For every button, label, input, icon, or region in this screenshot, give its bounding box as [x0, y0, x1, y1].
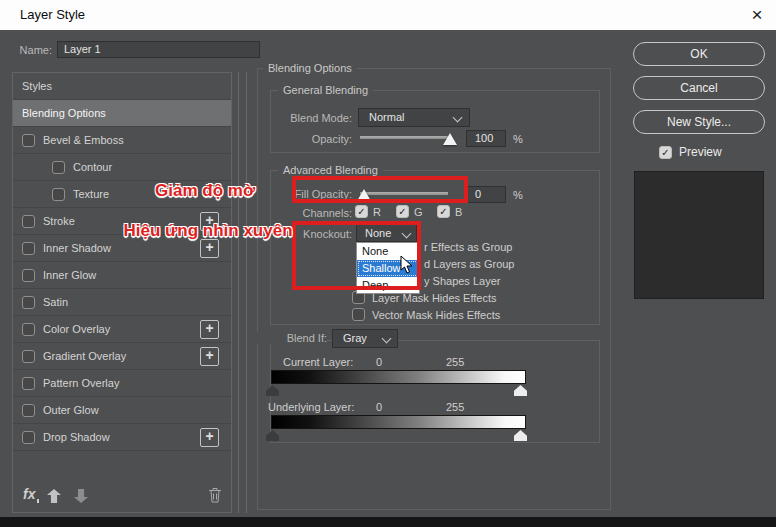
styles-sidebar: Styles Blending Options Bevel & Emboss C… [12, 72, 232, 513]
general-blending-title: General Blending [278, 84, 373, 96]
channels-label: Channels: [270, 207, 352, 219]
add-instance-icon[interactable]: + [200, 347, 219, 366]
add-instance-icon[interactable]: + [200, 428, 219, 447]
sidebar-item-label: Stroke [43, 215, 75, 227]
channel-b-label: B [455, 206, 462, 218]
blend-if-select[interactable]: Gray [332, 329, 398, 348]
chevron-down-icon [453, 113, 463, 123]
sidebar-item-satin[interactable]: Satin [13, 289, 231, 316]
blend-mode-select[interactable]: Normal [358, 108, 470, 127]
fill-opacity-annotation: Giảm độ mờ [140, 181, 270, 201]
preview-thumbnail [634, 171, 764, 299]
transparency-shapes-label-fragment: y Shapes Layer [424, 275, 500, 287]
sidebar-item-label: Pattern Overlay [43, 377, 119, 389]
move-effect-down-icon[interactable] [74, 489, 88, 503]
sidebar-item-label: Styles [22, 80, 52, 92]
preview-label: Preview [679, 145, 722, 159]
preview-checkbox[interactable]: ✓ [659, 146, 672, 159]
fill-opacity-input[interactable]: 0 [466, 186, 506, 203]
sidebar-item-label: Inner Glow [43, 269, 96, 281]
sidebar-item-label: Color Overlay [43, 323, 110, 335]
sidebar-item-outer-glow[interactable]: Outer Glow [13, 397, 231, 424]
sidebar-item-drop-shadow[interactable]: Drop Shadow+ [13, 424, 231, 451]
name-input[interactable]: Layer 1 [57, 41, 260, 58]
style-checkbox[interactable] [22, 296, 35, 309]
style-checkbox[interactable] [22, 350, 35, 363]
current-layer-min: 0 [376, 356, 382, 368]
current-layer-gradient-bar [271, 370, 526, 384]
underlying-layer-gradient-bar [271, 415, 526, 429]
style-checkbox[interactable] [52, 161, 65, 174]
opacity-unit: % [513, 133, 523, 145]
opacity-slider-thumb[interactable] [443, 133, 457, 145]
style-checkbox[interactable] [22, 377, 35, 390]
move-effect-up-icon[interactable] [47, 489, 61, 503]
sidebar-footer: fx [13, 486, 231, 506]
sidebar-item-styles[interactable]: Styles [13, 73, 231, 100]
sidebar-item-label: Gradient Overlay [43, 350, 126, 362]
blend-mode-value: Normal [369, 111, 404, 123]
close-icon[interactable]: × [746, 4, 768, 26]
add-instance-icon[interactable]: + [200, 239, 219, 258]
opacity-slider-track[interactable] [360, 136, 448, 139]
style-checkbox[interactable] [22, 323, 35, 336]
sidebar-item-label: Texture [73, 188, 109, 200]
style-checkbox[interactable] [22, 215, 35, 228]
dialog-titlebar: Layer Style × [0, 0, 776, 30]
blend-interior-effects-label-fragment: r Effects as Group [424, 241, 512, 253]
sidebar-item-pattern-overlay[interactable]: Pattern Overlay [13, 370, 231, 397]
fill-opacity-unit: % [513, 189, 523, 201]
style-checkbox[interactable] [52, 188, 65, 201]
sidebar-item-label: Outer Glow [43, 404, 99, 416]
sidebar-item-label: Drop Shadow [43, 431, 110, 443]
style-checkbox[interactable] [22, 269, 35, 282]
style-checkbox[interactable] [22, 134, 35, 147]
advanced-blending-title: Advanced Blending [278, 164, 383, 176]
ok-button[interactable]: OK [633, 42, 765, 66]
fx-icon[interactable]: fx [23, 486, 35, 502]
channel-g-checkbox[interactable]: ✓ [396, 205, 409, 218]
sidebar-item-blending-options[interactable]: Blending Options [13, 100, 231, 127]
cancel-button[interactable]: Cancel [633, 76, 765, 100]
underlying-layer-max: 255 [446, 401, 464, 413]
new-style-button[interactable]: New Style... [633, 110, 765, 134]
opacity-input[interactable]: 100 [466, 130, 506, 147]
opacity-label: Opacity: [270, 133, 352, 145]
sidebar-item-color-overlay[interactable]: Color Overlay+ [13, 316, 231, 343]
knockout-annotation: Hiệu ứng nhìn xuyên [116, 221, 300, 241]
blending-options-group-title: Blending Options [263, 62, 357, 74]
channel-b-checkbox[interactable]: ✓ [437, 205, 450, 218]
style-checkbox[interactable] [22, 242, 35, 255]
current-layer-label: Current Layer: [283, 356, 353, 368]
blend-mode-label: Blend Mode: [270, 112, 352, 124]
sidebar-item-bevel-emboss[interactable]: Bevel & Emboss [13, 127, 231, 154]
sidebar-item-label: Inner Shadow [43, 242, 111, 254]
name-label: Name: [10, 44, 52, 56]
vector-mask-hides-effects-label: Vector Mask Hides Effects [372, 309, 500, 321]
background-behind-dialog [0, 517, 776, 527]
chevron-down-icon [382, 334, 392, 344]
channel-r-label: R [373, 206, 381, 218]
sidebar-item-label: Satin [43, 296, 68, 308]
sidebar-scrollbar[interactable] [238, 72, 247, 513]
sidebar-item-label: Contour [73, 161, 112, 173]
underlying-layer-min: 0 [376, 401, 382, 413]
add-instance-icon[interactable]: + [200, 320, 219, 339]
style-checkbox[interactable] [22, 431, 35, 444]
channel-r-checkbox[interactable]: ✓ [355, 205, 368, 218]
blend-if-label: Blend If: [250, 332, 327, 344]
sidebar-item-inner-glow[interactable]: Inner Glow [13, 262, 231, 289]
current-layer-max: 255 [446, 356, 464, 368]
dialog-title: Layer Style [20, 0, 85, 30]
sidebar-item-label: Bevel & Emboss [43, 134, 124, 146]
delete-effect-trash-icon[interactable] [208, 487, 222, 503]
layer-style-dialog: Layer Style × Name: Layer 1 Styles Blend… [0, 0, 776, 517]
vector-mask-hides-effects-checkbox[interactable] [352, 308, 365, 321]
underlying-layer-label: Underlying Layer: [268, 401, 354, 413]
sidebar-item-gradient-overlay[interactable]: Gradient Overlay+ [13, 343, 231, 370]
sidebar-item-contour[interactable]: Contour [13, 154, 231, 181]
channel-g-label: G [414, 206, 423, 218]
sidebar-item-label: Blending Options [22, 107, 106, 119]
style-checkbox[interactable] [22, 404, 35, 417]
blend-if-value: Gray [343, 332, 367, 344]
